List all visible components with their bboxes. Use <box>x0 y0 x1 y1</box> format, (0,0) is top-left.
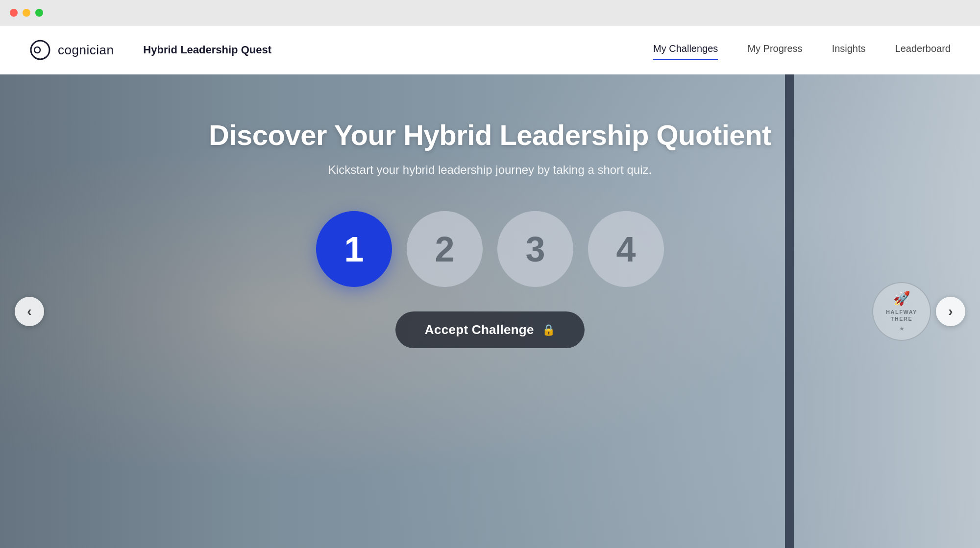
step-circle-2[interactable]: 2 <box>407 211 483 287</box>
nav-link-my-challenges[interactable]: My Challenges <box>653 43 718 57</box>
step-number-1: 1 <box>344 229 364 269</box>
step-circle-1[interactable]: 1 <box>316 211 392 287</box>
star-row: ★ <box>899 325 905 332</box>
traffic-light-red[interactable] <box>10 9 18 17</box>
step-number-3: 3 <box>525 229 545 269</box>
step-number-4: 4 <box>616 229 636 269</box>
steps-row: 1 2 3 4 <box>316 211 664 287</box>
accept-button-label: Accept Challenge <box>425 322 534 337</box>
hero-title: Discover Your Hybrid Leadership Quotient <box>209 119 771 151</box>
left-arrow-icon: ‹ <box>27 304 31 319</box>
logo-text: cognician <box>58 43 114 58</box>
logo-area: cognician <box>29 39 114 61</box>
traffic-light-green[interactable] <box>35 9 43 17</box>
app-container: cognician Hybrid Leadership Quest My Cha… <box>0 25 980 548</box>
nav-link-leaderboard[interactable]: Leaderboard <box>895 43 951 57</box>
hero-subtitle: Kickstart your hybrid leadership journey… <box>328 163 652 177</box>
step-circle-4[interactable]: 4 <box>588 211 664 287</box>
navbar: cognician Hybrid Leadership Quest My Cha… <box>0 25 980 74</box>
traffic-light-yellow[interactable] <box>23 9 30 17</box>
nav-link-my-progress[interactable]: My Progress <box>747 43 802 57</box>
carousel-prev-button[interactable]: ‹ <box>15 297 44 326</box>
right-arrow-icon: › <box>948 304 953 319</box>
halfway-there-badge: 🚀 HALFWAY THERE ★ <box>872 282 931 341</box>
nav-link-insights[interactable]: Insights <box>832 43 866 57</box>
accept-challenge-button[interactable]: Accept Challenge 🔒 <box>395 311 585 348</box>
step-number-2: 2 <box>435 229 454 269</box>
lock-icon: 🔒 <box>542 324 555 336</box>
rocket-icon: 🚀 <box>893 290 910 307</box>
star-1: ★ <box>899 325 905 332</box>
svg-point-1 <box>34 47 40 53</box>
cognician-logo-icon <box>29 39 51 61</box>
halfway-label: HALFWAY THERE <box>886 309 917 323</box>
step-circle-3[interactable]: 3 <box>497 211 573 287</box>
carousel-next-button[interactable]: › <box>936 297 965 326</box>
hero-content: Discover Your Hybrid Leadership Quotient… <box>0 74 980 348</box>
nav-links: My Challenges My Progress Insights Leade… <box>653 43 951 57</box>
hero-section: Discover Your Hybrid Leadership Quotient… <box>0 74 980 548</box>
window-chrome <box>0 0 980 25</box>
quest-title: Hybrid Leadership Quest <box>143 44 271 56</box>
